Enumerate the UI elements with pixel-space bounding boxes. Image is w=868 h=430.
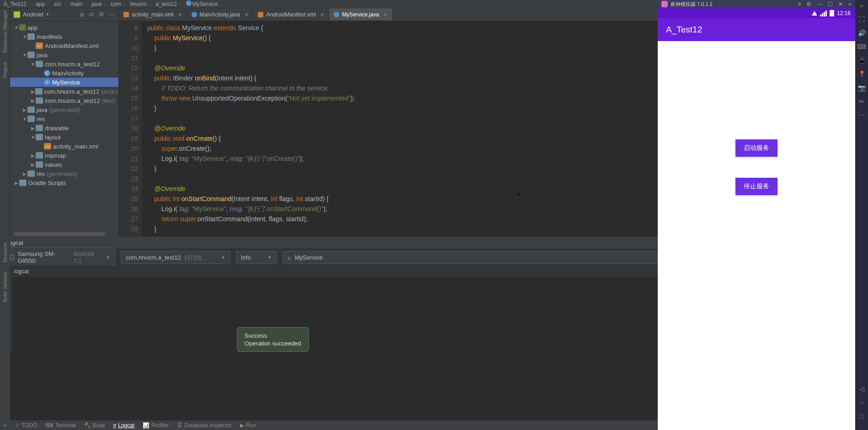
bottom-tool-build[interactable]: 🔨Build (84, 422, 105, 429)
wifi-icon (812, 11, 817, 16)
breadcrumb-item[interactable]: a_test12 (156, 1, 177, 7)
device-name: Samsung SM-G9550 (18, 250, 70, 264)
gear-icon[interactable]: ⚙ (99, 11, 104, 18)
tree-item[interactable]: drawable (10, 123, 118, 133)
editor-tab[interactable]: activity_main.xml× (119, 8, 187, 21)
start-service-button[interactable]: 启动服务 (735, 139, 777, 157)
left-bottom-rail: StructureBuild Variants (0, 238, 10, 420)
emulator-screen[interactable]: 12:16 A_Test12 启动服务 停止服务 (658, 8, 855, 430)
horizontal-scrollbar[interactable] (10, 231, 118, 237)
tab-label: AndroidManifest.xml (266, 11, 316, 18)
collapse-icon[interactable]: ⇄ (89, 11, 94, 18)
collapse-icon[interactable]: « (848, 1, 852, 7)
recents-icon[interactable]: □ (860, 413, 863, 420)
project-panel: Android ▼ ⊕ ⇄ ⚙ — appmanifests<>AndroidM… (10, 8, 119, 237)
expand-icon[interactable]: » (0, 420, 10, 430)
breadcrumb-item[interactable]: java (91, 1, 101, 7)
tree-item[interactable]: manifests (10, 32, 118, 41)
bottom-tool-todo[interactable]: ✓TODO (15, 422, 37, 429)
tree-item[interactable]: com.hnucm.a_test12(test) (10, 96, 118, 105)
tab-label: MainActivity.java (200, 11, 240, 18)
tree-item[interactable]: layout (10, 133, 118, 142)
keyboard-icon[interactable]: ⌨ (857, 43, 866, 50)
project-header[interactable]: Android ▼ ⊕ ⇄ ⚙ — (10, 8, 118, 21)
bottom-tool-logcat[interactable]: ≡Logcat (113, 422, 134, 429)
tree-item[interactable]: mipmap (10, 151, 118, 160)
bottom-tool-strip: »✓TODO⌨Terminal🔨Build≡Logcat📊Profiler🗄Da… (0, 420, 698, 430)
editor-tab[interactable]: AndroidManifest.xml× (253, 8, 329, 21)
home-icon[interactable]: ○ (860, 399, 863, 406)
collapse-icon[interactable]: » (860, 2, 863, 9)
rail-tab[interactable]: Resource Manager (2, 10, 8, 53)
battery-icon (830, 10, 834, 16)
search-icon: ⌕ (288, 254, 291, 261)
tree-label: com.hnucm.a_test12 (45, 97, 100, 104)
breadcrumb-item[interactable]: main (70, 1, 82, 7)
target-icon[interactable]: ⊕ (80, 11, 85, 18)
close-icon[interactable]: × (178, 11, 181, 18)
chevron-down-icon: ▼ (106, 255, 110, 260)
record-icon[interactable]: ⋯ (858, 111, 865, 119)
close-icon[interactable]: × (245, 11, 248, 18)
process-dropdown[interactable]: com.hnucm.a_test12 (3710) ▼ (121, 251, 230, 264)
stop-service-button[interactable]: 停止服务 (735, 178, 777, 195)
location-icon[interactable]: 📍 (858, 70, 866, 78)
menu-icon[interactable]: ≡ (798, 1, 801, 7)
java-icon (334, 12, 339, 17)
close-icon[interactable]: ✕ (838, 1, 843, 7)
hide-icon[interactable]: — (109, 11, 115, 18)
folder-icon (27, 106, 35, 113)
breadcrumb-item[interactable]: A_Test12 (4, 1, 27, 7)
tree-item[interactable]: java(generated) (10, 105, 118, 114)
fullscreen-icon[interactable]: ⛶ (858, 16, 865, 23)
file-xml-icon: <> (36, 42, 43, 49)
device-dropdown[interactable]: Samsung SM-G9550 Android 7.1 ▼ (5, 247, 115, 267)
breadcrumb[interactable]: A_Test12〉app〉src〉main〉java〉com〉hnucm〉a_t… (4, 0, 218, 8)
volume-icon[interactable]: 🔊 (858, 29, 866, 37)
editor-tab[interactable]: MainActivity.java× (187, 8, 254, 21)
tree-label: layout (45, 134, 61, 141)
close-icon[interactable]: × (320, 11, 324, 18)
bottom-tool-profiler[interactable]: 📊Profiler (143, 422, 169, 429)
tree-item[interactable]: <>activity_main.xml (10, 142, 118, 151)
folder-icon (27, 33, 35, 40)
tree-item[interactable]: res (10, 114, 118, 123)
breadcrumb-item[interactable]: src (54, 1, 61, 7)
tree-item[interactable]: Gradle Scripts (10, 178, 118, 187)
rail-tab[interactable]: Structure (2, 242, 8, 263)
back-icon[interactable]: ◁ (859, 385, 864, 393)
gear-icon[interactable]: ⚙ (806, 1, 811, 7)
minimize-icon[interactable]: — (817, 1, 822, 7)
breadcrumb-item[interactable]: app (36, 1, 45, 7)
bottom-tool-run[interactable]: ▶Run (240, 422, 256, 429)
tree-item[interactable]: values (10, 160, 118, 169)
screenshot-icon[interactable]: 📷 (858, 84, 866, 91)
emulator-titlebar[interactable]: 夜神模拟器 7.0.1.2 ≡ ⚙ — ☐ ✕ « (658, 0, 855, 8)
rail-tab[interactable]: Build Variants (2, 272, 8, 303)
maximize-icon[interactable]: ☐ (828, 1, 833, 7)
shake-icon[interactable]: 📱 (858, 57, 866, 64)
breadcrumb-item[interactable]: com (111, 1, 121, 7)
breadcrumb-item[interactable]: MyService (186, 0, 218, 7)
level-dropdown[interactable]: Info ▼ (236, 251, 277, 264)
scissors-icon[interactable]: ✂ (859, 98, 864, 105)
tree-item[interactable]: CMyService (10, 78, 118, 87)
bottom-tool-database-inspector[interactable]: 🗄Database Inspector (177, 422, 232, 429)
close-icon[interactable]: × (383, 11, 387, 18)
tree-item[interactable]: com.hnucm.a_test12 (10, 59, 118, 69)
java-icon (192, 12, 197, 17)
bottom-tool-terminal[interactable]: ⌨Terminal (45, 422, 75, 429)
tree-item[interactable]: CMainActivity (10, 69, 118, 78)
tree-item[interactable]: app (10, 23, 118, 32)
rail-tab[interactable]: Project (2, 62, 8, 78)
breadcrumb-item[interactable]: hnucm (130, 1, 147, 7)
file-xml-icon: <> (44, 143, 51, 149)
tree-item[interactable]: res(generated) (10, 169, 118, 178)
tree-item[interactable]: <>AndroidManifest.xml (10, 41, 118, 50)
editor-tab[interactable]: MyService.java× (329, 8, 393, 21)
tree-item[interactable]: com.hnucm.a_test12(andro (10, 87, 118, 96)
tree-label: com.hnucm.a_test12 (44, 88, 100, 95)
folder-icon (27, 116, 35, 122)
project-tree[interactable]: appmanifests<>AndroidManifest.xmljavacom… (10, 21, 118, 231)
tree-item[interactable]: java (10, 50, 118, 59)
